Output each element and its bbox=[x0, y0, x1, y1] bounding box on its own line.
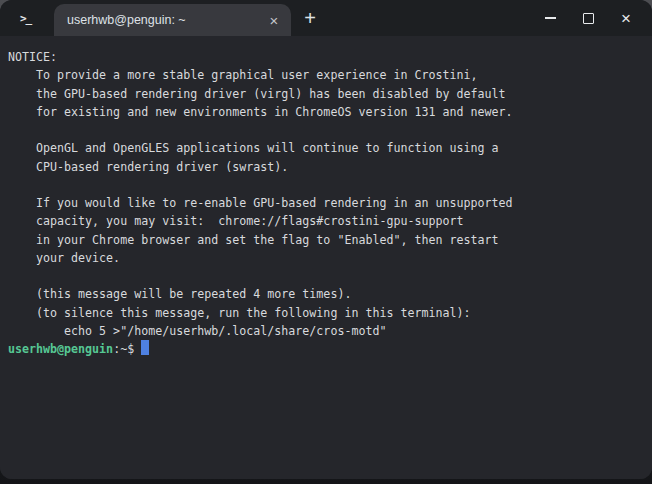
terminal-line: in your Chrome browser and set the flag … bbox=[8, 231, 644, 249]
tab-close-icon[interactable]: × bbox=[265, 11, 283, 29]
window-controls: × bbox=[531, 0, 645, 36]
terminal-line: CPU-based rendering driver (swrast). bbox=[8, 158, 644, 176]
terminal-line: for existing and new environments in Chr… bbox=[8, 103, 644, 121]
new-tab-button[interactable]: + bbox=[299, 7, 321, 29]
prompt-suffix: :~$ bbox=[113, 342, 134, 356]
maximize-button[interactable] bbox=[569, 0, 607, 36]
terminal-line bbox=[8, 121, 644, 139]
terminal-prompt-icon: >_ bbox=[20, 12, 31, 25]
maximize-icon bbox=[583, 13, 594, 24]
terminal-line: your device. bbox=[8, 249, 644, 267]
terminal-screen[interactable]: NOTICE: To provide a more stable graphic… bbox=[0, 36, 652, 479]
close-button[interactable]: × bbox=[607, 0, 645, 36]
minimize-icon bbox=[545, 17, 556, 19]
terminal-line: If you would like to re-enable GPU-based… bbox=[8, 194, 644, 212]
prompt-line: userhwb@penguin:~$ bbox=[8, 340, 644, 358]
terminal-line: To provide a more stable graphical user … bbox=[8, 66, 644, 84]
text-cursor-block bbox=[141, 340, 149, 355]
terminal-line bbox=[8, 176, 644, 194]
close-icon: × bbox=[621, 10, 631, 27]
terminal-line bbox=[8, 267, 644, 285]
terminal-line: NOTICE: bbox=[8, 48, 644, 66]
terminal-line: (this message will be repeated 4 more ti… bbox=[8, 285, 644, 303]
terminal-line: OpenGL and OpenGLES applications will co… bbox=[8, 139, 644, 157]
minimize-button[interactable] bbox=[531, 0, 569, 36]
terminal-line: echo 5 >"/home/userhwb/.local/share/cros… bbox=[8, 322, 644, 340]
terminal-line: the GPU-based rendering driver (virgl) h… bbox=[8, 85, 644, 103]
terminal-line: capacity, you may visit: chrome://flags#… bbox=[8, 212, 644, 230]
terminal-line: (to silence this message, run the follow… bbox=[8, 304, 644, 322]
titlebar: >_ userhwb@penguin: ~ × + × bbox=[0, 0, 652, 36]
tab-title: userhwb@penguin: ~ bbox=[67, 13, 265, 27]
tab-userhwb-penguin[interactable]: userhwb@penguin: ~ × bbox=[54, 4, 291, 36]
terminal-window: >_ userhwb@penguin: ~ × + × NOTICE: To p… bbox=[0, 0, 652, 479]
prompt-user-host: userhwb@penguin bbox=[8, 342, 113, 356]
